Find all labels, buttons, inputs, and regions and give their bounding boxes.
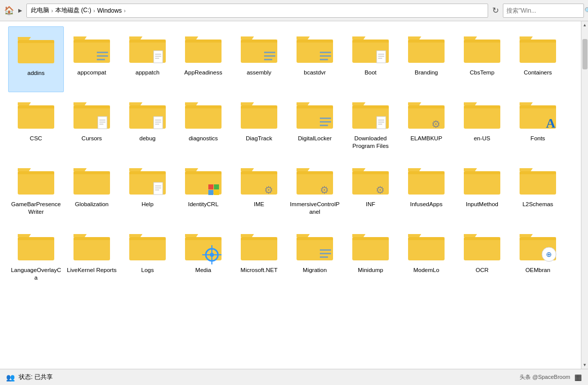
- folder-item[interactable]: DiagTrack: [231, 92, 287, 158]
- folder-item[interactable]: ⊕ OEMbran: [510, 224, 566, 290]
- scrollbar-thumb[interactable]: [582, 39, 587, 69]
- folder-item[interactable]: diagnostics: [175, 92, 231, 158]
- svg-rect-38: [18, 105, 54, 108]
- svg-rect-52: [185, 105, 222, 108]
- folder-item[interactable]: InputMethod: [454, 158, 510, 224]
- folder-item[interactable]: IdentityCRL: [175, 158, 231, 224]
- folder-icon: [406, 162, 447, 199]
- folder-item[interactable]: LiveKernel Reports: [64, 224, 120, 290]
- folder-icon: [127, 162, 168, 199]
- svg-rect-129: [464, 237, 500, 240]
- svg-rect-16: [241, 40, 277, 43]
- folder-icon: [462, 228, 502, 264]
- folder-item[interactable]: CbsTemp: [454, 26, 510, 92]
- folder-label: OEMbran: [525, 266, 550, 274]
- folder-item[interactable]: GameBarPresenceWriter: [8, 158, 64, 224]
- svg-rect-69: [464, 105, 500, 129]
- folder-item[interactable]: L2Schemas: [510, 158, 566, 224]
- folder-item[interactable]: LanguageOverlayCa: [8, 224, 64, 290]
- breadcrumb: 此电脑 › 本地磁盘 (C:) › Windows ›: [26, 4, 488, 18]
- folder-item[interactable]: Boot: [343, 26, 398, 92]
- svg-rect-62: [377, 117, 386, 129]
- scrollbar[interactable]: ▲ ▼: [581, 21, 588, 369]
- svg-rect-75: [18, 171, 54, 174]
- folder-item[interactable]: Minidump: [343, 224, 398, 290]
- folder-item[interactable]: Downloaded Program Files: [343, 92, 398, 158]
- folder-label: CbsTemp: [470, 69, 495, 76]
- svg-rect-4: [97, 52, 108, 53]
- folder-label: Boot: [364, 69, 377, 76]
- folder-item[interactable]: ⚙ ImmersiveControlPanel: [287, 158, 343, 224]
- scroll-down-arrow[interactable]: ▼: [581, 361, 588, 369]
- view-icon[interactable]: ▦: [574, 372, 582, 382]
- svg-rect-22: [320, 52, 331, 53]
- breadcrumb-drive[interactable]: 本地磁盘 (C:): [55, 6, 91, 15]
- folder-label: Branding: [415, 69, 438, 76]
- svg-rect-14: [185, 40, 222, 43]
- nav-forward-icon[interactable]: ▶: [18, 8, 22, 13]
- svg-rect-37: [18, 105, 54, 129]
- breadcrumb-sep-2: ›: [93, 8, 95, 14]
- svg-rect-59: [320, 125, 328, 126]
- folder-item[interactable]: debug: [120, 92, 175, 158]
- folder-item[interactable]: bcastdvr: [287, 26, 343, 92]
- folder-item[interactable]: Branding: [398, 26, 454, 92]
- scroll-up-arrow[interactable]: ▲: [581, 21, 588, 29]
- folder-item[interactable]: addins: [8, 26, 64, 92]
- svg-rect-8: [129, 40, 166, 43]
- folder-icon: [350, 30, 391, 67]
- folder-item[interactable]: Migration: [287, 224, 343, 290]
- svg-rect-102: [464, 171, 500, 174]
- breadcrumb-sep-3: ›: [124, 8, 126, 14]
- folder-label: LiveKernel Reports: [67, 266, 117, 274]
- svg-rect-31: [408, 40, 445, 63]
- search-input[interactable]: [506, 7, 582, 14]
- folder-item[interactable]: A Fonts: [510, 92, 566, 158]
- folder-item[interactable]: en-US: [454, 92, 510, 158]
- svg-rect-101: [464, 171, 500, 195]
- main-content: addins appcompat: [0, 21, 588, 369]
- breadcrumb-pc[interactable]: 此电脑: [31, 6, 49, 15]
- folder-icon: [462, 30, 502, 67]
- folder-item[interactable]: AppReadiness: [175, 26, 231, 92]
- breadcrumb-windows[interactable]: Windows: [97, 7, 122, 14]
- status-bar: 👥 状态: 已共享 头条 @SpaceBroom ▦: [0, 369, 588, 385]
- folder-item[interactable]: Media: [175, 224, 231, 290]
- svg-rect-117: [241, 237, 277, 260]
- folder-item[interactable]: DigitalLocker: [287, 92, 343, 158]
- folder-item[interactable]: Logs: [120, 224, 175, 290]
- folder-icon: ⚙: [350, 162, 391, 199]
- folder-icon: [71, 228, 112, 264]
- svg-rect-6: [97, 59, 105, 60]
- folder-item[interactable]: Globalization: [64, 158, 120, 224]
- folder-item[interactable]: Help: [120, 158, 175, 224]
- folder-label: Help: [141, 201, 154, 208]
- svg-rect-32: [408, 40, 445, 43]
- folder-item[interactable]: Cursors: [64, 92, 120, 158]
- folder-item[interactable]: ⚙ INF: [343, 158, 398, 224]
- svg-rect-0: [18, 40, 54, 63]
- folder-item[interactable]: Containers: [510, 26, 566, 92]
- folder-item[interactable]: apppatch: [120, 26, 175, 92]
- folder-label: ModemLo: [413, 266, 439, 274]
- search-box[interactable]: 🔍: [503, 4, 584, 18]
- folder-item[interactable]: appcompat: [64, 26, 120, 92]
- address-bar: 🏠 ▶ 此电脑 › 本地磁盘 (C:) › Windows › ↻ 🔍: [0, 0, 588, 21]
- folder-item[interactable]: OCR: [454, 224, 510, 290]
- folder-item[interactable]: CSC: [8, 92, 64, 158]
- svg-rect-124: [352, 237, 389, 260]
- folder-item[interactable]: ⚙ ELAMBKUP: [398, 92, 454, 158]
- nav-home-icon[interactable]: 🏠: [4, 6, 14, 15]
- folder-item[interactable]: InfusedApps: [398, 158, 454, 224]
- folder-icon: [183, 162, 224, 199]
- folder-item[interactable]: Microsoft.NET: [231, 224, 287, 290]
- folder-item[interactable]: ⚙ IME: [231, 158, 287, 224]
- folder-label: assembly: [247, 69, 272, 76]
- folder-icon: ⚙: [295, 162, 335, 199]
- svg-rect-91: [241, 171, 277, 174]
- folder-label: en-US: [474, 135, 491, 142]
- refresh-icon[interactable]: ↻: [492, 6, 499, 15]
- folder-item[interactable]: ModemLo: [398, 224, 454, 290]
- folder-item[interactable]: assembly: [231, 26, 287, 92]
- folder-label: IdentityCRL: [188, 201, 218, 208]
